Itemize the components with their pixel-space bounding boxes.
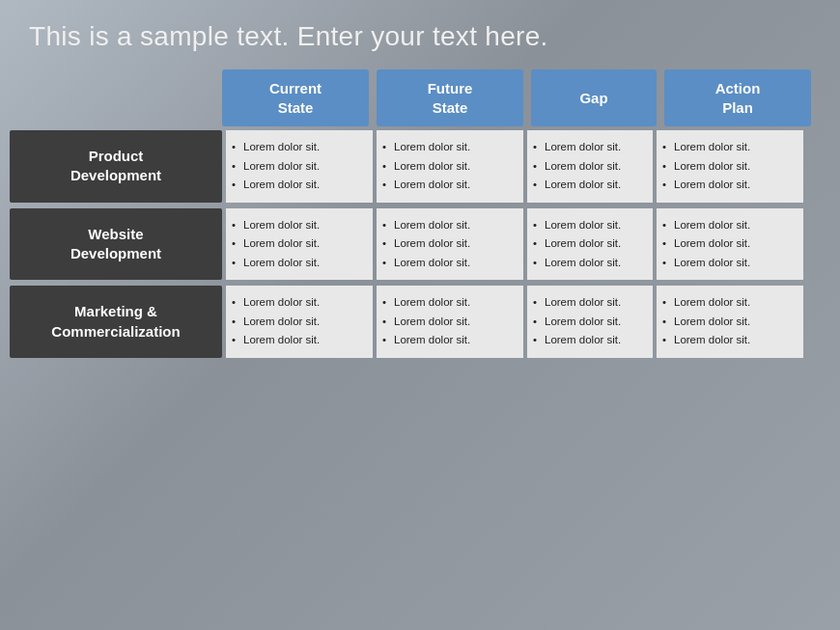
cell-wd-current: Lorem dolor sit. Lorem dolor sit. Lorem … xyxy=(226,208,373,281)
cell-pd-current: Lorem dolor sit. Lorem dolor sit. Lorem … xyxy=(226,130,373,203)
row-cells-marketing-commercialization: Lorem dolor sit. Lorem dolor sit. Lorem … xyxy=(226,286,830,358)
list-item: Lorem dolor sit. xyxy=(531,216,643,235)
header-future-state: FutureState xyxy=(377,69,523,126)
list-item: Lorem dolor sit. xyxy=(660,234,794,254)
list-item: Lorem dolor sit. xyxy=(531,176,643,195)
cell-mc-gap: Lorem dolor sit. Lorem dolor sit. Lorem … xyxy=(527,286,653,358)
list-item: Lorem dolor sit. xyxy=(660,216,794,235)
header-row: CurrentState FutureState Gap ActionPlan xyxy=(222,69,830,126)
list-item: Lorem dolor sit. xyxy=(230,157,363,177)
list-item: Lorem dolor sit. xyxy=(380,157,514,177)
list-item: Lorem dolor sit. xyxy=(531,157,643,177)
list-item: Lorem dolor sit. xyxy=(230,331,363,350)
list-item: Lorem dolor sit. xyxy=(230,313,363,332)
list-item: Lorem dolor sit. xyxy=(660,313,794,332)
list-item: Lorem dolor sit. xyxy=(531,331,643,350)
list-item: Lorem dolor sit. xyxy=(230,216,363,235)
list-item: Lorem dolor sit. xyxy=(531,293,643,313)
list-item: Lorem dolor sit. xyxy=(660,157,794,177)
list-item: Lorem dolor sit. xyxy=(531,313,643,332)
list-item: Lorem dolor sit. xyxy=(230,176,363,195)
cell-mc-current: Lorem dolor sit. Lorem dolor sit. Lorem … xyxy=(226,286,373,358)
row-product-development: ProductDevelopment Lorem dolor sit. Lore… xyxy=(10,130,830,203)
cell-pd-gap: Lorem dolor sit. Lorem dolor sit. Lorem … xyxy=(527,130,653,203)
cell-mc-future: Lorem dolor sit. Lorem dolor sit. Lorem … xyxy=(377,286,523,358)
header-gap: Gap xyxy=(531,69,657,126)
row-marketing-commercialization: Marketing &Commercialization Lorem dolor… xyxy=(10,286,830,358)
header-action-plan: ActionPlan xyxy=(664,69,811,126)
list-item: Lorem dolor sit. xyxy=(660,138,794,157)
cell-mc-action: Lorem dolor sit. Lorem dolor sit. Lorem … xyxy=(657,286,803,358)
main-table: CurrentState FutureState Gap ActionPlan … xyxy=(10,69,830,364)
row-label-website-development: WebsiteDevelopment xyxy=(10,208,222,281)
row-cells-product-development: Lorem dolor sit. Lorem dolor sit. Lorem … xyxy=(226,130,830,203)
title: This is a sample text. Enter your text h… xyxy=(0,0,840,69)
list-item: Lorem dolor sit. xyxy=(380,254,514,273)
list-item: Lorem dolor sit. xyxy=(230,138,363,157)
list-item: Lorem dolor sit. xyxy=(230,254,363,273)
row-label-product-development: ProductDevelopment xyxy=(10,130,222,203)
list-item: Lorem dolor sit. xyxy=(531,138,643,157)
list-item: Lorem dolor sit. xyxy=(531,254,643,273)
list-item: Lorem dolor sit. xyxy=(380,216,514,235)
list-item: Lorem dolor sit. xyxy=(660,293,794,313)
row-cells-website-development: Lorem dolor sit. Lorem dolor sit. Lorem … xyxy=(226,208,830,281)
cell-wd-action: Lorem dolor sit. Lorem dolor sit. Lorem … xyxy=(657,208,803,281)
row-label-marketing-commercialization: Marketing &Commercialization xyxy=(10,286,222,358)
list-item: Lorem dolor sit. xyxy=(230,293,363,313)
list-item: Lorem dolor sit. xyxy=(660,254,794,273)
cell-pd-action: Lorem dolor sit. Lorem dolor sit. Lorem … xyxy=(657,130,803,203)
cell-pd-future: Lorem dolor sit. Lorem dolor sit. Lorem … xyxy=(377,130,523,203)
cell-wd-future: Lorem dolor sit. Lorem dolor sit. Lorem … xyxy=(377,208,523,281)
header-current-state: CurrentState xyxy=(222,69,369,126)
list-item: Lorem dolor sit. xyxy=(380,293,514,313)
list-item: Lorem dolor sit. xyxy=(380,138,514,157)
list-item: Lorem dolor sit. xyxy=(660,331,794,350)
list-item: Lorem dolor sit. xyxy=(380,331,514,350)
row-website-development: WebsiteDevelopment Lorem dolor sit. Lore… xyxy=(10,208,830,281)
list-item: Lorem dolor sit. xyxy=(380,313,514,332)
list-item: Lorem dolor sit. xyxy=(660,176,794,195)
list-item: Lorem dolor sit. xyxy=(380,234,514,254)
list-item: Lorem dolor sit. xyxy=(531,234,643,254)
list-item: Lorem dolor sit. xyxy=(230,234,363,254)
list-item: Lorem dolor sit. xyxy=(380,176,514,195)
cell-wd-gap: Lorem dolor sit. Lorem dolor sit. Lorem … xyxy=(527,208,653,281)
